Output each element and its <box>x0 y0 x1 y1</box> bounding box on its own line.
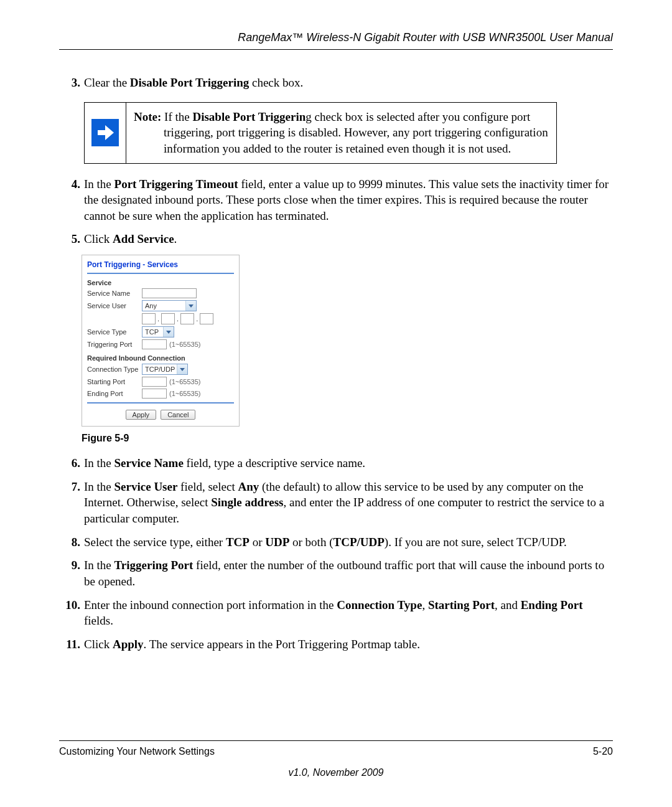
page-footer: Customizing Your Network Settings 5-20 v… <box>59 740 613 778</box>
note-label: Note: <box>134 110 161 123</box>
step-body: In the Service Name field, type a descri… <box>84 455 613 471</box>
port-range-hint: (1~65535) <box>169 378 200 385</box>
figure-caption: Figure 5-9 <box>82 433 613 444</box>
cancel-button[interactable]: Cancel <box>161 410 195 420</box>
dot: . <box>196 315 198 323</box>
bold-text: Service Name <box>114 456 184 470</box>
bold-text: Connection Type <box>337 598 422 611</box>
dialog-buttons: Apply Cancel <box>87 410 234 420</box>
service-section-head: Service <box>87 279 234 286</box>
service-user-select[interactable]: Any <box>142 300 197 311</box>
footer-page-number: 5-20 <box>593 746 613 757</box>
bold-text: TCP/UDP <box>333 536 384 549</box>
dot: . <box>177 315 179 323</box>
step-10: 10. Enter the inbound connection port in… <box>59 597 613 629</box>
step-body: In the Port Triggering Timeout field, en… <box>84 176 613 224</box>
step-number: 9. <box>59 557 84 589</box>
service-name-row: Service Name <box>87 288 234 298</box>
port-range-hint: (1~65535) <box>169 390 200 397</box>
step-number: 10. <box>59 597 84 629</box>
text: or both ( <box>289 536 333 549</box>
step-9: 9. In the Triggering Port field, enter t… <box>59 557 613 589</box>
footer-section-title: Customizing Your Network Settings <box>59 746 215 757</box>
connection-type-label: Connection Type <box>87 366 142 373</box>
text: fields. <box>84 614 113 627</box>
step-number: 6. <box>59 455 84 471</box>
text: In the <box>84 480 114 493</box>
step-number: 4. <box>59 176 84 224</box>
text: Click <box>84 638 113 651</box>
text: field, type a descriptive service name. <box>184 456 365 470</box>
dialog-title: Port Triggering - Services <box>87 260 234 269</box>
page-header-title: RangeMax™ Wireless-N Gigabit Router with… <box>59 31 613 50</box>
text: . The service appears in the Port Trigge… <box>144 638 420 651</box>
text: . <box>174 232 177 245</box>
text: Clear the <box>84 76 130 89</box>
ip-octet-1-input[interactable] <box>142 313 156 324</box>
bold-text: Ending Port <box>521 598 583 611</box>
text: g check box is selected after you config… <box>306 110 530 123</box>
starting-port-row: Starting Port (1~65535) <box>87 377 234 387</box>
service-type-row: Service Type TCP <box>87 326 234 337</box>
bold-text: Disable Port Triggerin <box>192 110 306 123</box>
bold-text: Apply <box>113 638 144 651</box>
triggering-port-input[interactable] <box>142 339 167 349</box>
bold-text: Any <box>238 480 259 493</box>
bold-text: TCP <box>226 536 250 549</box>
note-icon-cell <box>85 102 126 163</box>
step-3: 3. Clear the Disable Port Triggering che… <box>59 75 613 91</box>
instruction-list-2: 4. In the Port Triggering Timeout field,… <box>59 176 613 248</box>
text: In the <box>84 559 114 572</box>
step-body: In the Triggering Port field, enter the … <box>84 557 613 589</box>
triggering-port-label: Triggering Port <box>87 341 142 348</box>
note-body: triggering, port triggering is disabled.… <box>134 125 549 156</box>
step-5: 5. Click Add Service. <box>59 231 613 247</box>
step-number: 5. <box>59 231 84 247</box>
port-triggering-dialog: Port Triggering - Services Service Servi… <box>82 255 240 427</box>
step-7: 7. In the Service User field, select Any… <box>59 479 613 527</box>
note-text: Note: If the Disable Port Triggering che… <box>126 102 557 163</box>
step-number: 7. <box>59 479 84 527</box>
triggering-port-row: Triggering Port (1~65535) <box>87 339 234 349</box>
apply-button[interactable]: Apply <box>126 410 157 420</box>
select-value: TCP <box>145 328 159 336</box>
ending-port-input[interactable] <box>142 389 167 399</box>
starting-port-input[interactable] <box>142 377 167 387</box>
separator <box>87 273 234 274</box>
text: Select the service type, either <box>84 536 226 549</box>
step-body: Enter the inbound connection port inform… <box>84 597 613 629</box>
arrow-right-icon <box>91 119 119 146</box>
ending-port-label: Ending Port <box>87 390 142 397</box>
step-body: In the Service User field, select Any (t… <box>84 479 613 527</box>
service-user-row: Service User Any <box>87 300 234 311</box>
manual-page: RangeMax™ Wireless-N Gigabit Router with… <box>0 0 672 807</box>
text: check box. <box>249 76 303 89</box>
text: field, select <box>177 480 238 493</box>
service-type-select[interactable]: TCP <box>142 326 174 337</box>
ip-octet-3-input[interactable] <box>180 313 194 324</box>
ip-octet-2-input[interactable] <box>161 313 175 324</box>
step-body: Click Add Service. <box>84 231 613 247</box>
step-body: Clear the Disable Port Triggering check … <box>84 75 613 91</box>
required-inbound-head: Required Inbound Connection <box>87 354 234 362</box>
text: ). If you are not sure, select TCP/UDP. <box>385 536 567 549</box>
bold-text: Service User <box>114 480 178 493</box>
bold-text: Disable Port Triggering <box>130 76 249 89</box>
step-body: Click Apply. The service appears in the … <box>84 636 613 653</box>
service-name-label: Service Name <box>87 290 142 297</box>
select-value: TCP/UDP <box>145 366 175 373</box>
text: In the <box>84 177 114 191</box>
bold-text: UDP <box>265 536 289 549</box>
text: , and <box>495 598 521 611</box>
bold-text: Single address <box>211 496 283 509</box>
text: or <box>250 536 265 549</box>
service-name-input[interactable] <box>142 288 197 298</box>
footer-version: v1.0, November 2009 <box>59 767 613 778</box>
text: , <box>422 598 428 611</box>
ip-octet-4-input[interactable] <box>200 313 213 324</box>
select-value: Any <box>145 302 157 309</box>
port-range-hint: (1~65535) <box>169 341 200 348</box>
step-6: 6. In the Service Name field, type a des… <box>59 455 613 471</box>
connection-type-select[interactable]: TCP/UDP <box>142 364 188 375</box>
dot: . <box>157 315 159 323</box>
